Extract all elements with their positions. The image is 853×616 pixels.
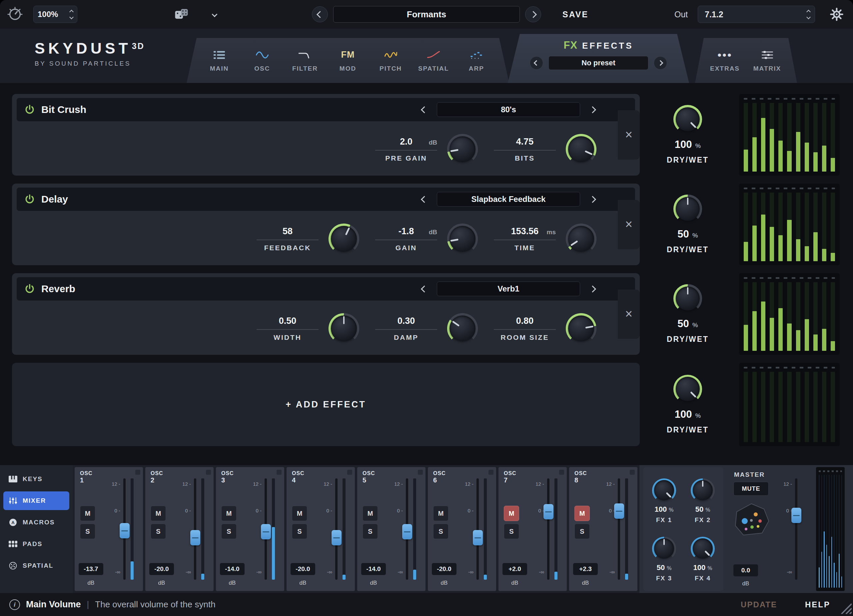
solo-button[interactable]: S (221, 524, 237, 539)
output-stepper[interactable] (807, 10, 810, 19)
settings-gear-icon[interactable] (830, 7, 844, 21)
zoom-control[interactable]: 100% (33, 6, 77, 23)
tab-arp[interactable]: ARP (455, 38, 498, 83)
power-button[interactable] (24, 104, 35, 115)
dry-wet-knob[interactable] (673, 284, 702, 313)
mute-button-active[interactable]: M (504, 506, 519, 521)
dry-wet-knob[interactable] (673, 375, 702, 404)
mute-button[interactable]: M (292, 506, 307, 521)
volume-fader[interactable] (264, 478, 267, 580)
effect-preset-next-button[interactable] (590, 107, 595, 112)
fader-handle[interactable] (261, 524, 271, 539)
mute-button[interactable]: M (363, 506, 378, 521)
power-button[interactable] (24, 194, 35, 205)
mute-button[interactable]: M (150, 506, 166, 521)
channel-options-chip[interactable] (135, 470, 140, 475)
fader-handle[interactable] (473, 530, 483, 545)
remove-effect-button[interactable]: × (618, 290, 640, 339)
volume-fader[interactable] (335, 478, 337, 580)
volume-fader[interactable] (547, 478, 549, 580)
power-button[interactable] (24, 283, 35, 294)
channel-options-chip[interactable] (630, 470, 635, 475)
master-mute-button[interactable]: MUTE (733, 482, 769, 496)
sidebar-item-macros[interactable]: A MACROS (3, 513, 69, 532)
spatial-pad-widget[interactable] (732, 502, 771, 540)
help-button[interactable]: HELP (805, 600, 830, 609)
fx-preset-prev-button[interactable] (530, 56, 543, 70)
window-resize-handle[interactable] (836, 599, 851, 615)
fx1-send-knob[interactable] (652, 478, 676, 502)
sidebar-item-spatial[interactable]: SPATIAL (3, 556, 69, 575)
dry-wet-knob[interactable] (673, 194, 702, 223)
room-size-knob[interactable] (566, 313, 596, 344)
preset-next-button[interactable] (525, 6, 541, 22)
remove-effect-button[interactable]: × (618, 200, 640, 249)
mute-button-active[interactable]: M (574, 506, 590, 521)
fader-handle[interactable] (332, 530, 342, 545)
channel-options-chip[interactable] (206, 470, 211, 475)
tab-osc[interactable]: OSC (241, 38, 284, 83)
sidebar-item-pads[interactable]: PADS (3, 535, 69, 553)
feedback-knob[interactable] (329, 223, 359, 254)
tab-extras[interactable]: ••• EXTRAS (704, 38, 746, 83)
effect-preset[interactable]: Verb1 (437, 282, 580, 296)
effect-preset[interactable]: 80's (437, 102, 580, 117)
tab-filter[interactable]: FILTER (284, 38, 326, 83)
channel-options-chip[interactable] (489, 470, 493, 475)
solo-button[interactable]: S (504, 524, 519, 539)
remove-effect-button[interactable]: × (618, 110, 640, 159)
mute-button[interactable]: M (221, 506, 237, 521)
solo-button[interactable]: S (80, 524, 95, 539)
channel-options-chip[interactable] (276, 470, 282, 475)
add-effect-button[interactable]: + ADD EFFECT (12, 363, 640, 446)
preset-browser-caret[interactable] (209, 12, 220, 16)
fader-handle[interactable] (120, 523, 130, 539)
fader-handle[interactable] (614, 504, 624, 519)
fx-preset[interactable]: No preset (548, 56, 648, 70)
solo-button[interactable]: S (292, 524, 307, 539)
randomize-dice-icon[interactable] (175, 8, 189, 21)
time-knob[interactable] (566, 223, 596, 254)
output-format-select[interactable]: 7.1.2 (698, 6, 815, 23)
effect-preset-prev-button[interactable] (422, 287, 427, 291)
volume-fader[interactable] (194, 478, 196, 580)
fx-preset-next-button[interactable] (654, 56, 667, 70)
channel-options-chip[interactable] (418, 470, 423, 475)
global-preset[interactable]: Formants (333, 6, 520, 23)
master-volume-fader[interactable] (795, 478, 797, 580)
volume-fader[interactable] (123, 478, 126, 580)
width-knob[interactable] (329, 313, 359, 344)
zoom-stepper[interactable] (70, 10, 73, 19)
tab-mod[interactable]: FM MOD (326, 38, 370, 83)
effect-preset-next-button[interactable] (590, 197, 595, 202)
channel-options-chip[interactable] (559, 470, 564, 475)
preset-prev-button[interactable] (312, 6, 328, 22)
fader-handle[interactable] (402, 524, 412, 539)
solo-button[interactable]: S (150, 524, 166, 539)
volume-fader[interactable] (406, 478, 408, 580)
volume-fader[interactable] (618, 478, 620, 580)
tab-matrix[interactable]: MATRIX (746, 38, 788, 83)
sidebar-item-mixer[interactable]: MIXER (3, 492, 69, 510)
effect-preset-prev-button[interactable] (422, 197, 427, 202)
fader-handle[interactable] (543, 504, 554, 519)
mute-button[interactable]: M (433, 506, 448, 521)
gain-knob[interactable] (447, 223, 478, 254)
solo-button[interactable]: S (574, 524, 590, 539)
effect-preset-next-button[interactable] (590, 287, 595, 291)
tab-pitch[interactable]: PITCH (369, 38, 412, 83)
fx3-send-knob[interactable] (652, 537, 676, 561)
update-button[interactable]: UPDATE (741, 600, 777, 609)
pre-gain-knob[interactable] (447, 134, 478, 165)
fx2-send-knob[interactable] (691, 478, 715, 502)
fx4-send-knob[interactable] (691, 537, 715, 561)
sidebar-item-keys[interactable]: KEYS (3, 470, 69, 489)
volume-fader[interactable] (477, 478, 479, 580)
effect-preset[interactable]: Slapback Feedback (437, 192, 580, 206)
solo-button[interactable]: S (363, 524, 378, 539)
mute-button[interactable]: M (80, 506, 95, 521)
channel-options-chip[interactable] (347, 470, 352, 475)
damp-knob[interactable] (447, 313, 478, 344)
fader-handle[interactable] (190, 530, 200, 545)
save-button[interactable]: SAVE (562, 10, 589, 19)
